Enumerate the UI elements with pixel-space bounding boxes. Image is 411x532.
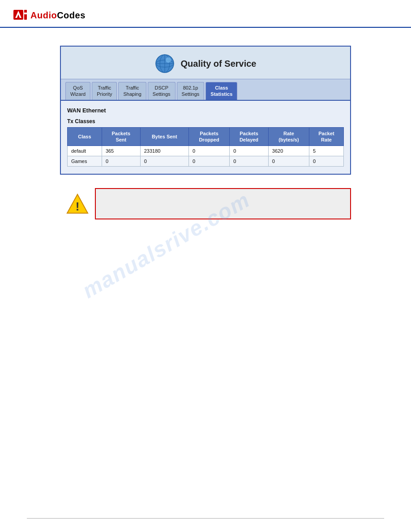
page-header: AudioCodes: [0, 0, 411, 28]
cell-packets-delayed-games: 0: [230, 156, 269, 167]
cell-packets-sent-games: 0: [102, 156, 140, 167]
cell-packet-rate-default: 5: [309, 146, 344, 156]
svg-rect-3: [24, 10, 27, 20]
warning-icon-container: !: [60, 188, 95, 219]
tab-traffic-priority[interactable]: Traffic Priority: [92, 82, 117, 100]
tab-dscp-settings[interactable]: DSCP Settings: [148, 82, 176, 100]
col-header-packet-rate: Packet Rate: [309, 127, 344, 146]
cell-packet-rate-games: 0: [309, 156, 344, 167]
cell-packets-sent-default: 365: [102, 146, 140, 156]
globe-icon: [155, 54, 175, 73]
col-header-packets-delayed: Packets Delayed: [230, 127, 269, 146]
cell-bytes-sent-games: 0: [140, 156, 188, 167]
panel-header: Quality of Service: [61, 47, 350, 79]
cell-rate-games: 0: [268, 156, 309, 167]
logo: AudioCodes: [13, 8, 86, 22]
tab-class-statistics[interactable]: Class Statistics: [206, 82, 237, 100]
qos-panel: Quality of Service QoS Wizard Traffic Pr…: [60, 46, 351, 175]
warning-box: !: [60, 188, 351, 219]
cell-bytes-sent-default: 233180: [140, 146, 188, 156]
tab-qos-wizard[interactable]: QoS Wizard: [65, 82, 90, 100]
cell-packets-dropped-default: 0: [188, 146, 229, 156]
svg-point-10: [166, 57, 171, 63]
audiocodes-logo-icon: [13, 8, 28, 22]
col-header-packets-sent: Packets Sent: [102, 127, 140, 146]
col-header-bytes-sent: Bytes Sent: [140, 127, 188, 146]
warning-triangle-icon: !: [66, 193, 89, 215]
table-header-row: Class Packets Sent Bytes Sent Packets Dr…: [68, 127, 344, 146]
page-content: Quality of Service QoS Wizard Traffic Pr…: [0, 28, 411, 237]
col-header-packets-dropped: Packets Dropped: [188, 127, 229, 146]
svg-rect-4: [24, 13, 27, 14]
table-row: Games 0 0 0 0 0 0: [68, 156, 344, 167]
cell-class-games: Games: [68, 156, 102, 167]
tx-classes-table: Class Packets Sent Bytes Sent Packets Dr…: [67, 127, 344, 167]
tab-8021p-settings[interactable]: 802.1p Settings: [177, 82, 205, 100]
table-row: default 365 233180 0 0 3620 5: [68, 146, 344, 156]
panel-body: WAN Ethernet Tx Classes Class Packets Se…: [61, 101, 350, 174]
warning-text: [95, 188, 351, 219]
logo-text: AudioCodes: [30, 10, 86, 21]
cell-rate-default: 3620: [268, 146, 309, 156]
panel-title: Quality of Service: [181, 59, 257, 69]
svg-text:!: !: [76, 200, 80, 213]
col-header-class: Class: [68, 127, 102, 146]
cell-packets-dropped-games: 0: [188, 156, 229, 167]
cell-packets-delayed-default: 0: [230, 146, 269, 156]
subsection-title: Tx Classes: [67, 118, 344, 124]
tabs-bar: QoS Wizard Traffic Priority Traffic Shap…: [61, 79, 350, 101]
footer-line: [27, 518, 384, 519]
tab-traffic-shaping[interactable]: Traffic Shaping: [118, 82, 146, 100]
cell-class-default: default: [68, 146, 102, 156]
section-title: WAN Ethernet: [67, 107, 344, 114]
col-header-rate: Rate (bytes/s): [268, 127, 309, 146]
